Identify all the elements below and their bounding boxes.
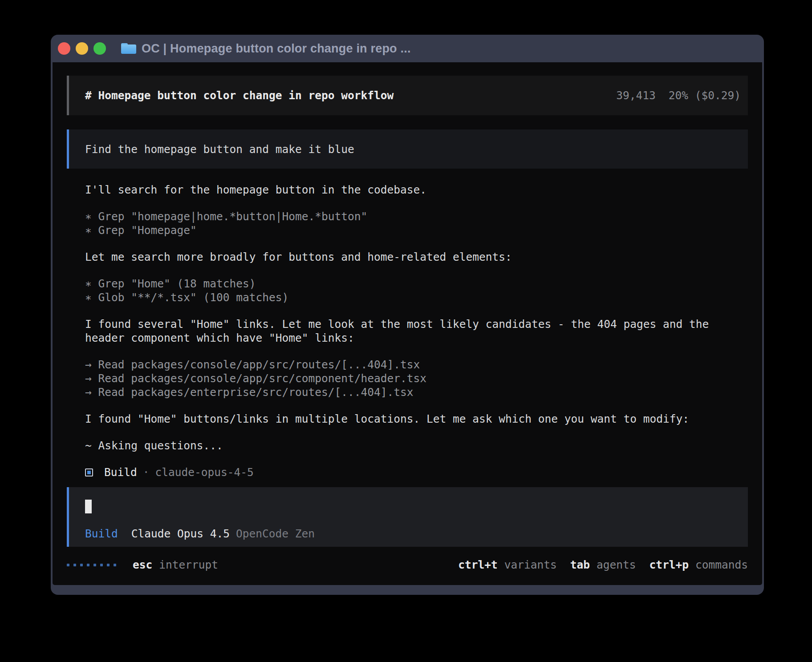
context-cost: 20% ($0.29): [669, 89, 741, 102]
tool-call-read: → Read packages/enterprise/src/routes/[.…: [85, 385, 748, 399]
tool-call-read: → Read packages/console/app/src/routes/[…: [85, 358, 748, 371]
assistant-text: Let me search more broadly for buttons a…: [85, 250, 748, 264]
build-agent-icon: [85, 468, 93, 476]
hint-interrupt[interactable]: esc interrupt: [133, 558, 218, 572]
session-header: # Homepage button color change in repo w…: [67, 76, 748, 115]
tool-call-grep: ∗ Grep "homepage|home.*button|Home.*butt…: [85, 210, 748, 223]
agent-status-badge: Build · claude-opus-4-5: [85, 465, 748, 479]
tool-call-grep: ∗ Grep "Homepage": [85, 223, 748, 237]
ctrl-t-key: ctrl+t: [458, 558, 498, 572]
token-count: 39,413: [616, 89, 656, 102]
hint-commands[interactable]: ctrl+p commands: [649, 558, 748, 572]
maximize-button[interactable]: [93, 42, 106, 55]
prompt-input[interactable]: Build Claude Opus 4.5 OpenCode Zen: [67, 487, 748, 547]
close-button[interactable]: [58, 42, 70, 55]
agents-label: agents: [597, 558, 636, 572]
model-provider: OpenCode Zen: [236, 527, 315, 541]
window-titlebar[interactable]: OC | Homepage button color change in rep…: [53, 35, 762, 62]
session-title: # Homepage button color change in repo w…: [85, 89, 394, 102]
commands-label: commands: [695, 558, 748, 572]
model-row: Build Claude Opus 4.5 OpenCode Zen: [85, 527, 748, 541]
folder-icon: [121, 43, 136, 54]
minimize-button[interactable]: [76, 42, 88, 55]
assistant-text: I found several "Home" links. Let me loo…: [85, 317, 748, 345]
esc-label: interrupt: [159, 558, 218, 572]
user-message-text: Find the homepage button and make it blu…: [85, 142, 354, 156]
terminal-content: # Homepage button color change in repo w…: [53, 62, 762, 585]
tool-call-glob: ∗ Glob "**/*.tsx" (100 matches): [85, 291, 748, 304]
agent-name: Build: [104, 465, 137, 479]
tool-call-read: → Read packages/console/app/src/componen…: [85, 371, 748, 385]
status-bar-right: ctrl+t variants tab agents ctrl+p comman…: [458, 558, 748, 572]
session-meta: 39,413 20% ($0.29): [616, 89, 741, 102]
status-bar-left: esc interrupt: [67, 558, 218, 572]
ctrl-p-key: ctrl+p: [649, 558, 689, 572]
esc-key: esc: [133, 558, 152, 572]
separator-dot: ·: [143, 465, 150, 479]
assistant-text: I found "Home" buttons/links in multiple…: [85, 412, 748, 426]
terminal-window: OC | Homepage button color change in rep…: [51, 35, 764, 595]
status-text: ~ Asking questions...: [85, 439, 748, 452]
variants-label: variants: [504, 558, 557, 572]
window-title: OC | Homepage button color change in rep…: [142, 42, 411, 56]
user-message: Find the homepage button and make it blu…: [67, 129, 748, 169]
tab-key: tab: [570, 558, 590, 572]
hint-variants[interactable]: ctrl+t variants: [458, 558, 557, 572]
text-cursor: [85, 500, 92, 513]
hint-agents[interactable]: tab agents: [570, 558, 636, 572]
agent-mode[interactable]: Build: [85, 527, 118, 541]
traffic-lights: [58, 42, 106, 55]
status-bar: esc interrupt ctrl+t variants tab agents…: [67, 558, 748, 572]
tool-call-grep: ∗ Grep "Home" (18 matches): [85, 277, 748, 291]
assistant-text: I'll search for the homepage button in t…: [85, 183, 748, 197]
assistant-transcript: I'll search for the homepage button in t…: [67, 183, 748, 479]
model-name[interactable]: Claude Opus 4.5: [131, 527, 230, 541]
model-id: claude-opus-4-5: [155, 465, 254, 479]
working-spinner-icon: [67, 564, 116, 566]
